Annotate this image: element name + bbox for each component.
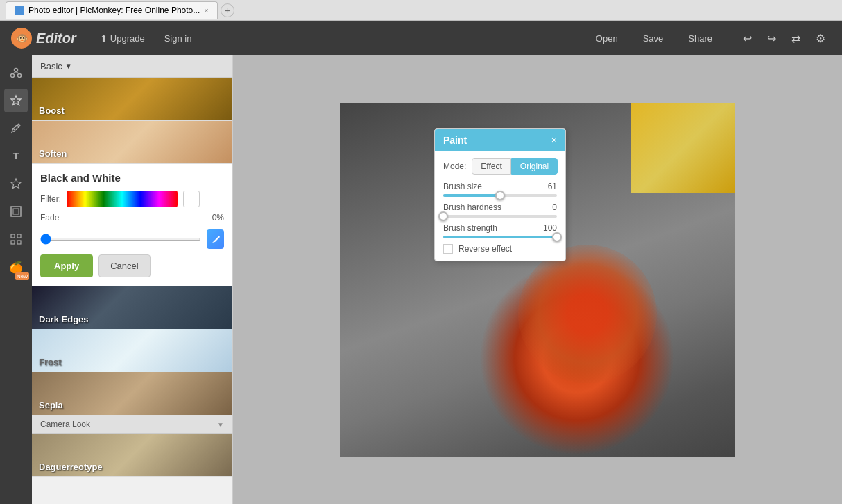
paint-icon: [10, 122, 22, 134]
tool-node[interactable]: [4, 61, 28, 85]
history-btn[interactable]: ⇄: [786, 28, 806, 49]
brush-strength-value: 100: [543, 223, 557, 233]
brush-strength-track: [443, 236, 557, 238]
fade-slider-row: [40, 229, 224, 249]
effect-item-frost[interactable]: Frost: [32, 329, 232, 372]
browser-tab[interactable]: Photo editor | PicMonkey: Free Online Ph…: [6, 1, 218, 19]
brush-size-label: Brush size: [443, 182, 482, 191]
brush-size-header: Brush size 61: [443, 182, 557, 191]
upgrade-btn[interactable]: ⬆ Upgrade: [90, 29, 155, 48]
mode-label: Mode:: [443, 162, 466, 171]
brush-size-thumb[interactable]: [495, 191, 505, 200]
reverse-effect-checkbox[interactable]: [443, 244, 453, 254]
brush-hardness-row: Brush hardness 0: [443, 202, 557, 218]
cancel-button[interactable]: Cancel: [98, 254, 150, 277]
effect-bw-title: Black and White: [40, 172, 224, 184]
brush-hardness-value: 0: [552, 202, 557, 212]
canvas-area: Paint × Mode: Effect Original: [233, 55, 842, 504]
filter-gradient-swatch[interactable]: [67, 191, 178, 207]
paint-popup: Paint × Mode: Effect Original: [434, 128, 566, 261]
fade-slider[interactable]: [40, 238, 201, 241]
share-btn[interactable]: Share: [678, 28, 723, 49]
redo-btn[interactable]: ↪: [762, 28, 782, 49]
svg-point-2: [18, 74, 22, 78]
mode-original-btn[interactable]: Original: [511, 158, 558, 175]
effects-header: Basic ▼: [32, 55, 232, 78]
mode-effect-btn[interactable]: Effect: [472, 158, 510, 175]
mode-row: Mode: Effect Original: [443, 158, 557, 175]
action-buttons: Apply Cancel: [40, 254, 224, 277]
frost-label: Frost: [39, 357, 62, 367]
camera-look-label: Camera Look: [40, 419, 90, 429]
brush-strength-thumb[interactable]: [552, 232, 562, 242]
apply-button[interactable]: Apply: [40, 254, 93, 277]
paint-popup-close-btn[interactable]: ×: [551, 134, 557, 146]
boost-label: Boost: [39, 105, 65, 116]
topbar-nav: ⬆ Upgrade Sign in: [90, 29, 585, 48]
upgrade-icon: ⬆: [100, 33, 108, 44]
topbar-separator: [730, 31, 730, 45]
svg-point-0: [15, 69, 18, 72]
effect-item-soften[interactable]: Soften: [32, 121, 232, 164]
svg-rect-8: [11, 234, 15, 238]
tool-effects[interactable]: [4, 89, 28, 112]
sign-in-btn[interactable]: Sign in: [155, 29, 202, 48]
undo-btn[interactable]: ↩: [737, 28, 757, 49]
filter-row: Filter:: [40, 191, 224, 207]
logo-icon: 🐵: [11, 28, 32, 49]
tool-paint[interactable]: [4, 116, 28, 140]
brush-hardness-thumb[interactable]: [438, 211, 448, 221]
color-reveal-spot: [518, 245, 657, 383]
tool-frame[interactable]: [4, 200, 28, 223]
filter-white-swatch[interactable]: [183, 191, 200, 207]
effect-item-sepia[interactable]: Sepia: [32, 372, 232, 415]
svg-line-5: [17, 125, 19, 127]
svg-point-1: [11, 74, 15, 78]
tab-close-btn[interactable]: ×: [204, 6, 208, 15]
sepia-label: Sepia: [39, 400, 63, 410]
new-badge: New: [15, 272, 29, 280]
effect-black-and-white-expanded: Black and White Filter: Fade 0%: [32, 164, 232, 286]
effect-item-boost[interactable]: Boost: [32, 78, 232, 121]
frame-icon: [10, 205, 22, 218]
effect-item-daguerreotype[interactable]: Daguerreotype: [32, 434, 232, 477]
brush-hardness-track: [443, 215, 557, 218]
tool-texture[interactable]: [4, 227, 28, 251]
camera-look-section[interactable]: Camera Look ▼: [32, 415, 232, 434]
fade-label: Fade: [40, 213, 59, 223]
effects-content: Boost Soften Black and White Filter: Fad…: [32, 78, 232, 504]
tool-new[interactable]: 🍊 New: [4, 255, 28, 279]
settings-btn[interactable]: ⚙: [810, 28, 831, 49]
daguerreotype-label: Daguerreotype: [39, 462, 103, 472]
tool-shape[interactable]: [4, 172, 28, 195]
new-tab-btn[interactable]: +: [221, 3, 234, 17]
effects-dropdown-arrow: ▼: [65, 62, 72, 70]
brush-size-fill: [443, 194, 500, 197]
camera-look-arrow: ▼: [217, 421, 224, 428]
tab-favicon: [15, 6, 24, 15]
paint-popup-title: Paint: [443, 134, 467, 146]
pipette-icon: [211, 234, 221, 244]
svg-rect-11: [17, 241, 21, 244]
soften-label: Soften: [39, 148, 67, 159]
tab-title: Photo editor | PicMonkey: Free Online Ph…: [28, 6, 200, 15]
tool-text[interactable]: T: [4, 144, 28, 168]
logo: 🐵 Editor: [11, 28, 76, 49]
effect-item-dark-edges[interactable]: Dark Edges: [32, 286, 232, 329]
fade-row: Fade 0%: [40, 213, 224, 223]
dark-edges-label: Dark Edges: [39, 314, 89, 324]
upgrade-label: Upgrade: [110, 33, 145, 44]
brush-size-row: Brush size 61: [443, 182, 557, 197]
main-area: T 🍊: [0, 55, 842, 504]
node-icon: [10, 67, 22, 79]
effects-category-dropdown[interactable]: Basic ▼: [40, 61, 72, 71]
fade-picker-btn[interactable]: [207, 229, 224, 249]
effects-panel: Basic ▼ Boost Soften Black and White Fil: [32, 55, 233, 504]
logo-text: Editor: [36, 31, 76, 46]
texture-icon: [10, 233, 22, 245]
brush-strength-header: Brush strength 100: [443, 223, 557, 233]
svg-rect-9: [17, 234, 21, 238]
save-btn[interactable]: Save: [633, 28, 674, 49]
open-btn[interactable]: Open: [585, 28, 628, 49]
topbar: 🐵 Editor ⬆ Upgrade Sign in Open Save Sha…: [0, 21, 842, 55]
